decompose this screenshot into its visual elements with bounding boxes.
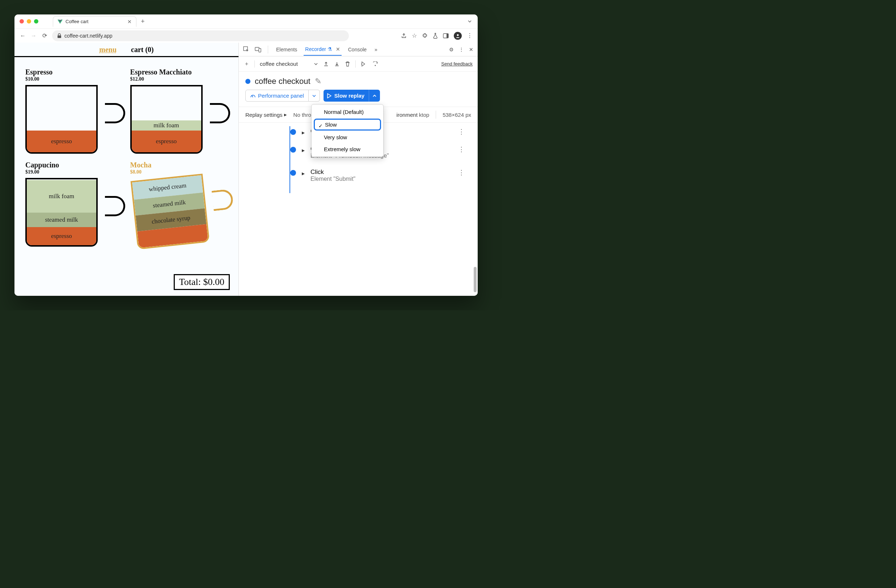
cup-layer: milk foam — [27, 180, 96, 213]
step-more-icon[interactable]: ⋮ — [458, 145, 465, 153]
export-icon[interactable] — [323, 61, 329, 67]
recording-title: coffee checkout — [255, 77, 311, 86]
coffee-cup-icon: whipped creamsteamed milkchocolate syrup — [130, 172, 224, 249]
vue-logo-icon — [58, 20, 62, 24]
perf-panel-button[interactable]: Performance panel — [245, 90, 309, 102]
replay-speed-menu: Normal (Default)✓SlowVery slowExtremely … — [311, 104, 384, 157]
step-title: Click — [311, 169, 355, 176]
extensions-icon[interactable] — [422, 33, 428, 39]
recording-header: coffee checkout ✎ — [239, 71, 478, 90]
perf-panel-dropdown[interactable] — [309, 90, 320, 102]
cup-layer: espresso — [132, 131, 201, 152]
new-tab-button[interactable]: + — [141, 18, 145, 25]
replay-settings-toggle[interactable]: Replay settings ▸ — [245, 111, 287, 118]
expand-step-icon[interactable]: ▸ — [302, 170, 305, 177]
product-card[interactable]: Espresso$10.00espresso — [25, 68, 123, 154]
product-price: $12.00 — [130, 76, 228, 82]
forward-button: → — [30, 33, 37, 39]
product-price: $19.00 — [25, 169, 123, 175]
traffic-min-icon[interactable] — [27, 19, 31, 23]
share-icon[interactable] — [401, 33, 407, 39]
new-recording-icon[interactable]: ＋ — [244, 61, 249, 67]
close-tab-icon[interactable]: ✕ — [127, 19, 132, 24]
close-recorder-tab-icon[interactable]: ✕ — [336, 46, 340, 52]
viewport-dims: 538×624 px — [443, 112, 471, 118]
product-card[interactable]: Cappucino$19.00milk foamsteamed milkespr… — [25, 161, 123, 247]
tab-console[interactable]: Console — [347, 47, 368, 52]
timeline-line — [290, 126, 290, 193]
url-box[interactable]: coffee-cart.netlify.app — [52, 30, 349, 41]
cup-layer: espresso — [27, 227, 96, 245]
step-over-icon[interactable] — [361, 61, 367, 67]
replay-dropdown-button[interactable] — [369, 90, 380, 102]
product-card[interactable]: Espresso Macchiato$12.00milk foamespress… — [130, 68, 228, 154]
lock-icon — [57, 33, 61, 38]
tab-recorder[interactable]: Recorder ⚗ ✕ — [303, 46, 341, 56]
tab-title: Coffee cart — [66, 19, 88, 24]
send-feedback-link[interactable]: Send feedback — [441, 61, 472, 67]
expand-step-icon[interactable]: ▸ — [302, 147, 305, 154]
product-card[interactable]: Mocha$8.00whipped creamsteamed milkchoco… — [130, 161, 228, 247]
tab-elements[interactable]: Elements — [275, 47, 299, 52]
delete-icon[interactable] — [345, 61, 350, 67]
device-toolbar-icon[interactable] — [255, 47, 261, 52]
page-nav: menu cart (0) — [14, 43, 238, 57]
devtools-kebab-icon[interactable]: ⋮ — [459, 47, 464, 52]
replay-speed-option[interactable]: Very slow — [312, 131, 383, 143]
settings-gear-icon[interactable]: ⚙ — [449, 47, 454, 52]
expand-step-icon[interactable]: ▸ — [302, 129, 305, 136]
step-more-icon[interactable]: ⋮ — [458, 169, 465, 176]
scrollbar-thumb[interactable] — [474, 267, 477, 292]
step-subtitle: Element "Submit" — [311, 176, 355, 182]
recording-status-dot-icon — [245, 79, 250, 84]
replay-speed-option[interactable]: ✓Slow — [314, 119, 381, 131]
kebab-menu-icon[interactable]: ⋮ — [467, 32, 472, 39]
replay-speed-option[interactable]: Normal (Default) — [312, 106, 383, 118]
svg-rect-2 — [446, 33, 448, 38]
nav-menu-link[interactable]: menu — [99, 46, 117, 54]
replay-button[interactable]: Slow replay — [323, 90, 369, 102]
product-name: Cappucino — [25, 161, 123, 169]
timeline-step[interactable]: ▸ClickElement "Submit"⋮ — [290, 169, 469, 182]
step-more-icon[interactable]: ⋮ — [458, 128, 465, 135]
coffee-cup-icon: milk foamespresso — [130, 85, 217, 154]
traffic-max-icon[interactable] — [34, 19, 38, 23]
recording-dropdown-icon[interactable] — [314, 62, 318, 66]
cup-layer: milk foam — [132, 120, 201, 131]
browser-window: Coffee cart ✕ + ← → ⟳ coffee-cart.netlif… — [14, 14, 478, 296]
side-panel-icon[interactable] — [443, 33, 449, 38]
recorder-toolbar: ＋ coffee checkout Send feedback — [239, 56, 478, 71]
product-name: Espresso Macchiato — [130, 68, 228, 76]
recording-select-name: coffee checkout — [260, 61, 298, 67]
profile-avatar[interactable] — [454, 32, 462, 40]
replay-speed-option[interactable]: Extremely slow — [312, 143, 383, 155]
cup-layer: steamed milk — [27, 213, 96, 227]
traffic-close-icon[interactable] — [20, 19, 24, 23]
reload-button[interactable]: ⟳ — [41, 32, 48, 39]
import-icon[interactable] — [334, 61, 340, 67]
back-button[interactable]: ← — [20, 33, 26, 39]
coffee-cup-icon: milk foamsteamed milkespresso — [25, 178, 112, 247]
bookmark-star-icon[interactable]: ☆ — [412, 32, 417, 39]
browser-tab[interactable]: Coffee cart ✕ — [53, 16, 136, 27]
step-into-icon[interactable] — [372, 61, 379, 67]
product-name: Mocha — [130, 161, 228, 169]
tabs-more-icon[interactable]: » — [373, 47, 379, 52]
labs-flask-icon[interactable] — [433, 33, 438, 39]
tabs-overflow-icon[interactable] — [467, 18, 472, 24]
svg-rect-6 — [259, 49, 261, 52]
url-text: coffee-cart.netlify.app — [64, 33, 113, 39]
environment-label: ironment — [396, 112, 417, 118]
inspect-element-icon[interactable] — [243, 46, 250, 53]
close-devtools-icon[interactable]: ✕ — [469, 47, 473, 52]
svg-point-3 — [457, 34, 459, 36]
step-node-icon — [290, 170, 296, 176]
play-icon — [327, 93, 331, 98]
page-content: menu cart (0) Espresso$10.00espressoEspr… — [14, 43, 239, 296]
coffee-cup-icon: espresso — [25, 85, 112, 154]
nav-cart-link[interactable]: cart (0) — [131, 46, 154, 54]
product-price: $10.00 — [25, 76, 123, 82]
edit-title-icon[interactable]: ✎ — [315, 77, 322, 86]
svg-rect-0 — [58, 35, 61, 38]
actions-row: Performance panel Slow replay — [239, 90, 478, 107]
